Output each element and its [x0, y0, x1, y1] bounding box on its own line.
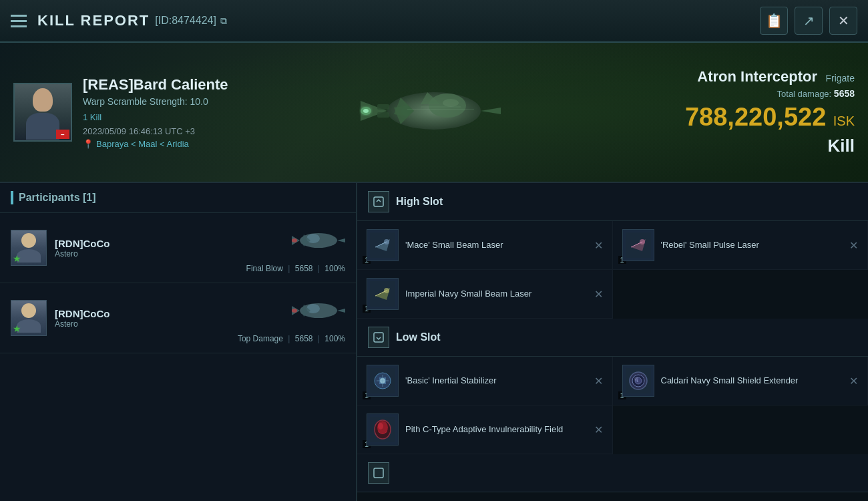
low-slot-title: Low Slot	[396, 331, 441, 343]
copy-icon[interactable]: ⧉	[220, 15, 227, 27]
participant-info: [RDN]CoCo Astero	[55, 308, 230, 329]
participant-corp: Astero	[55, 249, 238, 259]
outcome-label: Kill	[685, 136, 855, 156]
svg-rect-54	[374, 468, 383, 478]
participant-right: Final Blow | 5658 | 100%	[246, 222, 345, 273]
svg-marker-15	[337, 238, 345, 242]
svg-rect-28	[374, 197, 383, 206]
ship-info: Atron Interceptor Frigate Total damage: …	[685, 68, 855, 156]
pilot-stat: Warp Scramble Strength: 10.0	[83, 96, 228, 107]
close-button[interactable]: ✕	[829, 7, 857, 35]
total-damage-value: 5658	[834, 88, 855, 99]
item-name: 'Basic' Inertial Stabilizer	[405, 375, 496, 387]
slot-item[interactable]: 1 'Basic' Inertial Stabilizer ✕	[357, 357, 613, 405]
pilot-info: [REAS]Bard Caliente Warp Scramble Streng…	[83, 76, 228, 149]
item-icon	[367, 278, 399, 310]
menu-button[interactable]	[11, 15, 27, 27]
svg-rect-11	[377, 104, 389, 110]
pilot-avatar: −	[13, 83, 72, 142]
high-slot-title: High Slot	[396, 196, 443, 208]
percent-val: 100%	[324, 334, 345, 343]
svg-point-5	[363, 109, 369, 113]
header-actions: 📋 ↗ ✕	[760, 7, 857, 35]
slot-item[interactable]: 1 'Mace' Small Beam Laser ✕	[357, 221, 613, 270]
star-icon: ★	[13, 253, 21, 264]
remove-item-button[interactable]: ✕	[594, 375, 603, 387]
pilot-name: [REAS]Bard Caliente	[83, 76, 228, 94]
remove-item-button[interactable]: ✕	[594, 288, 603, 301]
report-id: [ID:8474424]	[155, 15, 216, 27]
item-icon	[367, 229, 399, 261]
participants-title: Participants [1]	[19, 192, 96, 204]
slot-item[interactable]: 1 Imperial Navy Small Beam Laser ✕	[357, 270, 613, 319]
participant-name: [RDN]CoCo	[55, 308, 230, 319]
share-icon: ↗	[803, 13, 815, 29]
participant-info: [RDN]CoCo Astero	[55, 238, 238, 259]
section-bar	[11, 191, 13, 204]
ship-image	[341, 57, 527, 167]
participants-header: Participants [1]	[0, 183, 356, 213]
ship-type: Frigate	[825, 73, 855, 84]
remove-item-button[interactable]: ✕	[849, 239, 858, 252]
percent-val: 100%	[324, 264, 345, 273]
remove-item-button[interactable]: ✕	[594, 239, 603, 252]
slot-item[interactable]: 1 'Rebel' Small Pulse Laser ✕	[613, 221, 869, 270]
clipboard-icon: 📋	[766, 13, 783, 29]
negative-badge: −	[56, 130, 69, 139]
close-icon: ✕	[838, 13, 849, 29]
mid-slot-header	[357, 454, 868, 492]
svg-point-27	[292, 309, 297, 313]
svg-marker-22	[337, 309, 345, 313]
participant-stats: Final Blow | 5658 | 100%	[246, 264, 345, 273]
svg-rect-12	[377, 112, 389, 118]
participant-right: Top Damage | 5658 | 100%	[238, 293, 345, 343]
svg-point-13	[443, 99, 459, 107]
damage-val: 5658	[295, 264, 313, 273]
participant-card[interactable]: ★ [RDN]CoCo Astero Top Damage |	[0, 283, 356, 353]
star-icon: ★	[13, 323, 21, 334]
svg-text:+: +	[636, 378, 639, 384]
header: KILL REPORT [ID:8474424] ⧉ 📋 ↗ ✕	[0, 0, 868, 43]
high-slot-header: High Slot	[357, 183, 868, 221]
remove-item-button[interactable]: ✕	[594, 424, 603, 436]
main-body: Participants [1] ★ [RDN]CoCo Astero	[0, 183, 868, 501]
pilot-kills[interactable]: 1 Kill	[83, 112, 228, 122]
slot-item[interactable]: 1 Pith C-Type Adaptive Invulnerability F…	[357, 405, 613, 454]
damage-val: 5658	[295, 334, 313, 343]
item-name: Caldari Navy Small Shield Extender	[661, 375, 799, 387]
item-name: Pith C-Type Adaptive Invulnerability Fie…	[405, 424, 563, 436]
participant-avatar: ★	[11, 230, 47, 266]
item-icon	[622, 229, 654, 261]
item-name: 'Rebel' Small Pulse Laser	[661, 240, 759, 251]
participant-name: [RDN]CoCo	[55, 238, 238, 249]
remove-item-button[interactable]: ✕	[849, 375, 858, 387]
svg-marker-2	[481, 108, 501, 114]
high-slot-icon	[368, 191, 389, 212]
hero-section: − [REAS]Bard Caliente Warp Scramble Stre…	[0, 43, 868, 183]
item-name: 'Mace' Small Beam Laser	[405, 240, 503, 251]
participant-avatar: ★	[11, 300, 47, 336]
item-name: Imperial Navy Small Beam Laser	[405, 289, 531, 300]
participants-panel: Participants [1] ★ [RDN]CoCo Astero	[0, 183, 357, 501]
low-slot-items: 1 'Basic' Inertial Stabilizer ✕ 1	[357, 357, 868, 454]
svg-point-20	[292, 238, 297, 242]
participant-card[interactable]: ★ [RDN]CoCo Astero Final Blow |	[0, 213, 356, 283]
kill-location[interactable]: 📍 Bapraya < Maal < Aridia	[83, 139, 228, 149]
mid-slot-icon	[368, 462, 389, 484]
low-slot-header: Low Slot	[357, 319, 868, 357]
slot-item[interactable]: 1 + Caldari Navy Small Shield Extender ✕	[613, 357, 869, 405]
blow-type: Final Blow	[246, 264, 283, 273]
ship-name: Atron Interceptor	[697, 68, 817, 85]
isk-label: ISK	[833, 114, 855, 128]
page-title: KILL REPORT	[37, 12, 150, 29]
share-button[interactable]: ↗	[795, 7, 823, 35]
total-damage-label: Total damage:	[777, 89, 832, 99]
high-slot-items: 1 'Mace' Small Beam Laser ✕ 1 'Rebel' Sm…	[357, 221, 868, 319]
clipboard-button[interactable]: 📋	[760, 7, 788, 35]
item-icon: +	[622, 365, 654, 397]
kill-date: 2023/05/09 16:46:13 UTC +3	[83, 126, 228, 136]
item-icon	[367, 365, 399, 397]
slots-panel: High Slot 1 'Mace' Small Beam Laser ✕ 1 …	[357, 183, 868, 501]
location-pin-icon: 📍	[83, 139, 93, 149]
low-slot-icon	[368, 327, 389, 348]
